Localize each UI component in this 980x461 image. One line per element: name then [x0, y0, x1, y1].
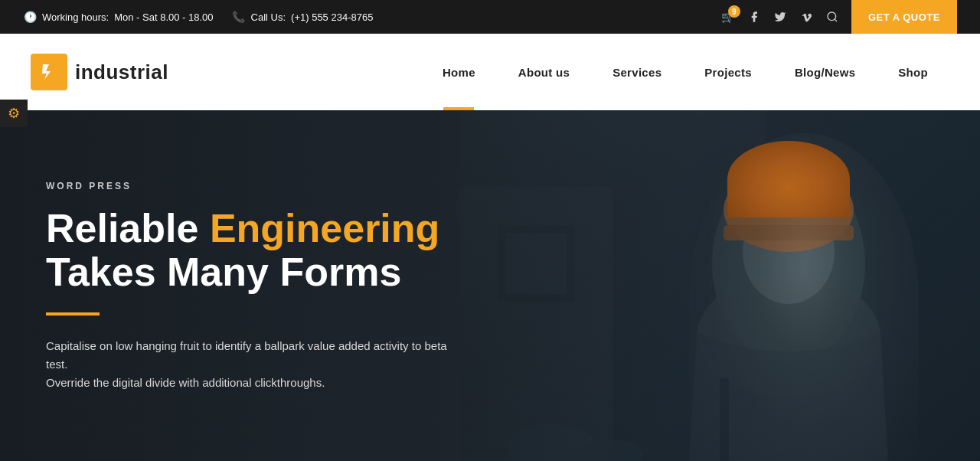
settings-button[interactable]: ⚙: [0, 100, 28, 127]
nav-shop[interactable]: Shop: [877, 34, 949, 110]
logo-icon: [31, 54, 67, 90]
svg-line-1: [835, 19, 837, 21]
get-quote-button[interactable]: GET A QUOTE: [851, 0, 957, 34]
hero-title: Reliable Engineering Takes Many Forms: [46, 207, 459, 294]
hero-title-part1: Reliable: [46, 206, 210, 250]
call-item: 📞 Call Us: (+1) 555 234-8765: [232, 10, 374, 24]
phone-icon: 📞: [232, 10, 246, 24]
hero-desc-line2: Override the digital divide with additio…: [46, 376, 325, 389]
hero-subtitle: WORD PRESS: [46, 181, 459, 191]
cart-badge: 9: [728, 5, 740, 18]
search-icon[interactable]: [825, 10, 839, 24]
hero-title-highlight: Engineering: [210, 206, 439, 250]
call-number: (+1) 555 234-8765: [291, 11, 373, 23]
hero-desc-line1: Capitalise on low hanging fruit to ident…: [46, 339, 447, 371]
hero-description: Capitalise on low hanging fruit to ident…: [46, 337, 459, 392]
working-hours-label: Working hours:: [42, 11, 109, 23]
working-hours-value: Mon - Sat 8.00 - 18.00: [114, 11, 213, 23]
logo-text: industrial: [75, 60, 168, 84]
nav-about[interactable]: About us: [497, 34, 591, 110]
top-bar: 🕐 Working hours: Mon - Sat 8.00 - 18.00 …: [0, 0, 980, 34]
gear-icon: ⚙: [8, 105, 20, 122]
clock-icon: 🕐: [23, 10, 37, 24]
nav-services[interactable]: Services: [591, 34, 683, 110]
nav-projects[interactable]: Projects: [683, 34, 773, 110]
working-hours-item: 🕐 Working hours: Mon - Sat 8.00 - 18.00: [23, 10, 214, 24]
main-nav: Home About us Services Projects Blog/New…: [421, 34, 949, 110]
call-label: Call Us:: [251, 11, 286, 23]
hero-divider: [46, 312, 100, 316]
facebook-icon[interactable]: [747, 10, 761, 24]
hero-section: WORD PRESS Reliable Engineering Takes Ma…: [0, 110, 980, 461]
vimeo-icon[interactable]: [799, 10, 813, 24]
top-bar-left: 🕐 Working hours: Mon - Sat 8.00 - 18.00 …: [23, 10, 373, 24]
hero-content: WORD PRESS Reliable Engineering Takes Ma…: [0, 181, 505, 392]
cart-button[interactable]: 🛒 9: [721, 10, 735, 24]
hero-title-part2: Takes Many Forms: [46, 250, 401, 294]
header: industrial Home About us Services Projec…: [0, 34, 980, 110]
twitter-icon[interactable]: [773, 10, 787, 24]
top-bar-right: 🛒 9 GET A QUOTE: [721, 0, 957, 34]
nav-blog[interactable]: Blog/News: [773, 34, 877, 110]
svg-point-0: [828, 12, 836, 21]
nav-home[interactable]: Home: [421, 34, 497, 110]
logo[interactable]: industrial: [31, 54, 168, 90]
